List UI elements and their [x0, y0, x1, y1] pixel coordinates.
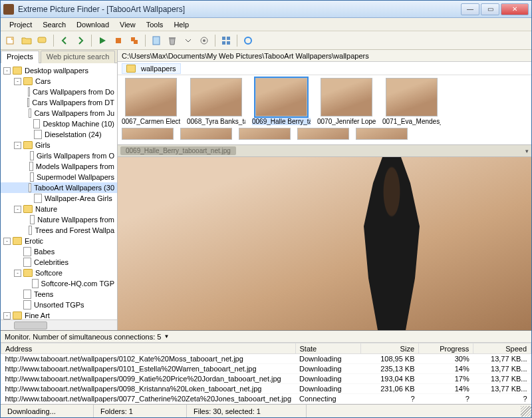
- tree-node[interactable]: Celebrities: [1, 257, 117, 268]
- forward-button[interactable]: [73, 33, 88, 48]
- col-speed[interactable]: Speed: [473, 343, 531, 354]
- tree-node[interactable]: Wallpaper-Area Girls: [1, 193, 117, 204]
- tree-node[interactable]: Babes: [1, 246, 117, 257]
- collapse-icon[interactable]: -: [14, 78, 21, 85]
- refresh-button[interactable]: [241, 33, 255, 48]
- project-tree[interactable]: -Desktop wallpapers-CarsCars Wallpapers …: [1, 63, 117, 319]
- tree-node[interactable]: Desktop Machine (10): [1, 118, 117, 129]
- open-project-button[interactable]: [19, 33, 34, 48]
- tree-node[interactable]: Cars Wallpapers from Ju: [1, 108, 117, 118]
- tree-node[interactable]: -Desktop wallpapers: [1, 65, 117, 76]
- tree-node[interactable]: Models Wallpapers from: [1, 161, 117, 172]
- table-row[interactable]: http://www.tabooart.net/wallpapers/0101_…: [1, 364, 531, 374]
- settings-button[interactable]: [197, 33, 211, 48]
- collapse-icon[interactable]: -: [3, 312, 11, 319]
- thumbnail[interactable]: 0068_Tyra Banks_tabooart_net...: [187, 78, 245, 125]
- tree-node[interactable]: Trees and Forest Wallpa: [1, 225, 117, 236]
- collapse-icon[interactable]: -: [14, 206, 21, 213]
- tab-projects[interactable]: Projects: [1, 51, 39, 63]
- folder-chip[interactable]: wallpapers: [122, 63, 181, 74]
- tab-web-search[interactable]: Web picture search: [41, 51, 116, 63]
- col-progress[interactable]: Progress: [419, 343, 473, 354]
- page-icon: [29, 226, 32, 235]
- table-row[interactable]: http://www.tabooart.net/wallpapers/0098_…: [1, 384, 531, 394]
- resize-grip[interactable]: [521, 406, 531, 417]
- collapse-icon[interactable]: -: [3, 238, 11, 245]
- folder-icon: [23, 141, 33, 149]
- play-button[interactable]: [95, 33, 110, 48]
- collapse-icon[interactable]: -: [3, 67, 11, 75]
- preview-tab[interactable]: 0069_Halle_Berry_tabooart_net.jpg: [120, 146, 236, 155]
- thumb-peek[interactable]: [297, 128, 349, 140]
- tree-hscroll[interactable]: [1, 319, 117, 330]
- svg-rect-12: [227, 41, 230, 45]
- preview-pane: [118, 157, 531, 330]
- new-project-button[interactable]: [3, 33, 18, 48]
- collapse-icon[interactable]: -: [14, 142, 21, 149]
- tree-node[interactable]: Cars Wallpapers from DT: [1, 97, 117, 108]
- tree-node[interactable]: -Cars: [1, 76, 117, 87]
- thumb-peek[interactable]: [180, 128, 232, 140]
- status-files: Files: 30, selected: 1: [187, 405, 307, 417]
- tree-spacer: [25, 163, 27, 170]
- col-state[interactable]: State: [295, 343, 361, 354]
- maximize-button[interactable]: ▭: [481, 3, 499, 15]
- collapse-icon[interactable]: -: [14, 270, 21, 277]
- menu-tools[interactable]: Tools: [142, 19, 168, 30]
- col-address[interactable]: Address: [1, 343, 296, 354]
- filter-button[interactable]: [149, 33, 164, 48]
- tree-node[interactable]: Unsorted TGPs: [1, 300, 117, 310]
- table-row[interactable]: http://www.tabooart.net/wallpapers/0102_…: [1, 354, 531, 364]
- stop-button[interactable]: [111, 33, 126, 48]
- tree-label: Cars Wallpapers from Do: [33, 88, 114, 96]
- menu-download[interactable]: Download: [72, 19, 114, 30]
- thumbnail[interactable]: 0069_Halle Berry_tabooart_net.jpg: [252, 78, 311, 125]
- tree-spacer: [25, 280, 30, 288]
- tree-node[interactable]: -Softcore: [1, 268, 117, 278]
- cell-addr: http://www.tabooart.net/wallpapers/0101_…: [1, 364, 296, 374]
- tree-node[interactable]: Girls Wallpapers from O: [1, 150, 117, 161]
- collapse-icon[interactable]: ▾: [525, 148, 529, 154]
- thumbnail[interactable]: 0071_Eva_Mendes_t...: [382, 78, 441, 125]
- menu-project[interactable]: Project: [5, 19, 37, 30]
- tree-label: Softcore: [35, 269, 63, 277]
- tree-node[interactable]: TabooArt Wallpapers (30: [1, 182, 117, 193]
- thumb-peek[interactable]: [122, 128, 174, 140]
- tree-node[interactable]: Teens: [1, 289, 117, 300]
- cell-speed: 13,77 KB...: [473, 384, 531, 394]
- thumbnail-image: [321, 78, 372, 116]
- tree-node[interactable]: Softcore-HQ.com TGP: [1, 278, 117, 289]
- table-row[interactable]: http://www.tabooart.net/wallpapers/0099_…: [1, 374, 531, 384]
- close-button[interactable]: ✕: [501, 3, 529, 15]
- menu-view[interactable]: View: [115, 19, 140, 30]
- thumbnail-caption: 0068_Tyra Banks_tabooart_net...: [187, 118, 245, 125]
- monitor-dropdown-icon[interactable]: ▼: [164, 333, 169, 339]
- col-size[interactable]: Size: [361, 343, 419, 354]
- tree-node[interactable]: Dieselstation (24): [1, 129, 117, 140]
- chat-button[interactable]: [35, 33, 50, 48]
- dropdown-button[interactable]: [181, 33, 196, 48]
- tree-node[interactable]: -Fine Art: [1, 310, 117, 319]
- thumbnail[interactable]: 0070_Jennifer Lopez_tabooart_net...: [317, 78, 376, 125]
- back-button[interactable]: [57, 33, 72, 48]
- tree-node[interactable]: Cars Wallpapers from Do: [1, 87, 117, 97]
- delete-button[interactable]: [165, 33, 180, 48]
- table-row[interactable]: http://www.tabooart.net/wallpapers/0077_…: [1, 394, 531, 404]
- minimize-button[interactable]: ―: [461, 3, 479, 15]
- menu-help[interactable]: Help: [169, 19, 194, 30]
- stop-all-button[interactable]: [127, 33, 142, 48]
- thumb-peek[interactable]: [239, 128, 291, 140]
- tree-node[interactable]: -Girls: [1, 140, 117, 150]
- tree-node[interactable]: Supermodel Wallpapers: [1, 172, 117, 182]
- thumbnail-pane[interactable]: 0067_Carmen Electra_tabooart_ne...0068_T…: [118, 75, 531, 145]
- thumbnail[interactable]: 0067_Carmen Electra_tabooart_ne...: [122, 78, 180, 125]
- cell-prog: 14%: [419, 364, 473, 374]
- tree-node[interactable]: -Erotic: [1, 236, 117, 246]
- menu-search[interactable]: Search: [38, 19, 70, 30]
- tree-node[interactable]: -Nature: [1, 204, 117, 214]
- svg-rect-6: [169, 37, 176, 39]
- tree-node[interactable]: Nature Wallpapers from: [1, 214, 117, 225]
- thumb-peek[interactable]: [356, 128, 408, 140]
- tree-label: Softcore-HQ.com TGP: [41, 280, 114, 288]
- view-mode-button[interactable]: [219, 33, 233, 48]
